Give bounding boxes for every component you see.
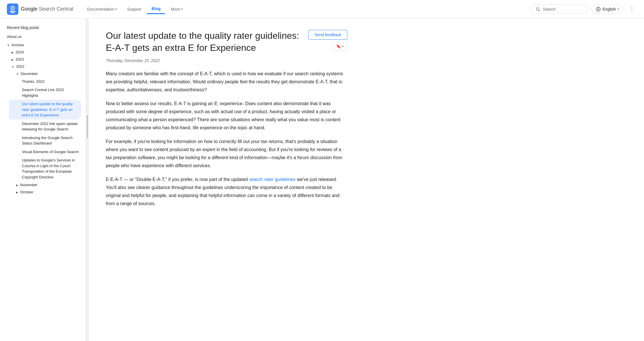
sidebar-post-quality-rater[interactable]: Our latest update to the quality rater g… [9,100,81,120]
article-paragraph-2: Now to better assess our results, E-A-T … [106,100,347,132]
scrollbar-thumb[interactable] [87,115,88,138]
article-paragraph-4: E-E-A-T — or "Double-E-A-T," if you pref… [106,176,347,208]
nav-blog[interactable]: Blog [147,4,165,14]
search-rater-guidelines-link[interactable]: search rater guidelines [249,177,296,182]
article-title: Our latest update to the quality rater g… [106,30,302,54]
sidebar-year-2024[interactable]: ▶ 2024 [5,49,86,56]
sidebar-year-2023-section: ▶ 2023 [0,56,86,63]
page-layout: Recent blog posts About us ▼ Archive ▶ 2… [0,18,644,341]
sidebar-year-2023[interactable]: ▶ 2023 [5,56,86,63]
article-paragraph-1: Many creators are familiar with the conc… [106,70,347,94]
svg-rect-3 [10,11,16,12]
arrow-down-icon: ▼ [16,72,19,76]
sidebar-month-november[interactable]: ▶ November [9,181,86,188]
more-options-button[interactable]: ⋮ [627,4,637,14]
site-header: Google Search Central Documentation ▾ Su… [0,0,644,18]
sidebar-month-december[interactable]: ▼ December [9,70,86,77]
sidebar-post-thanks-2022[interactable]: Thanks, 2022 [9,77,86,86]
sidebar-post-visual-elements[interactable]: Visual Elements of Google Search [9,148,86,156]
sidebar-december-section: ▼ December Thanks, 2022 Search Central L… [5,70,86,182]
article-body: Many creators are familiar with the conc… [106,70,347,208]
bookmark-button[interactable]: 🔖 ▾ [332,42,347,51]
search-icon [535,7,540,12]
sidebar-october-section: ▶ October [5,188,86,196]
article-actions: Send feedback 🔖 ▾ [308,30,347,51]
send-feedback-button[interactable]: Send feedback [308,30,347,40]
sidebar-post-status-dashboard[interactable]: Introducing the Google Search Status Das… [9,134,86,148]
sidebar-post-czechia[interactable]: Updates to Google's Services in Czechia … [9,156,86,181]
sidebar-year-2022[interactable]: ▼ 2022 [5,63,86,70]
arrow-right-icon: ▶ [16,191,18,194]
svg-point-2 [12,7,14,9]
sidebar: Recent blog posts About us ▼ Archive ▶ 2… [0,18,86,341]
language-button[interactable]: English ▾ [591,5,623,14]
nav-support[interactable]: Support [122,5,146,14]
scrollbar-divider[interactable] [86,18,89,341]
language-label: English [603,7,616,11]
sidebar-year-2024-section: ▶ 2024 [0,49,86,56]
chevron-down-icon: ▾ [618,7,619,11]
sidebar-post-december-link-spam[interactable]: December 2022 link spam update releasing… [9,120,86,134]
main-nav: Documentation ▾ Support Blog More ▾ [83,4,530,14]
sidebar-november-section: ▶ November [5,181,86,188]
article-date: Thursday, December 15, 2022 [106,58,347,63]
sidebar-month-october[interactable]: ▶ October [9,188,86,196]
arrow-down-icon: ▼ [12,65,14,68]
sidebar-archive-toggle[interactable]: ▼ Archive [0,41,86,49]
nav-more[interactable]: More ▾ [166,5,187,14]
logo-text: Google Search Central [21,6,73,12]
globe-icon [596,7,601,12]
chevron-down-icon: ▾ [342,45,344,48]
nav-documentation[interactable]: Documentation ▾ [83,5,121,14]
search-label: Search [543,7,555,11]
chevron-down-icon: ▾ [181,7,183,11]
logo-icon [7,3,18,15]
bookmark-icon: 🔖 [336,44,341,49]
header-right: Search English ▾ ⋮ [530,4,637,14]
arrow-right-icon: ▶ [16,184,18,187]
main-content: Our latest update to the quality rater g… [89,18,365,341]
sidebar-item-recent-blog-posts[interactable]: Recent blog posts [0,23,86,32]
chevron-down-icon: ▾ [115,7,117,11]
arrow-down-icon: ▼ [7,44,10,47]
sidebar-item-about-us[interactable]: About us [0,32,86,41]
article-paragraph-3: For example, if you're looking for infor… [106,138,347,170]
search-box[interactable]: Search [530,5,588,14]
arrow-right-icon: ▶ [12,58,14,61]
svg-rect-4 [11,12,15,13]
article-header: Our latest update to the quality rater g… [106,30,347,54]
arrow-right-icon: ▶ [12,51,14,54]
sidebar-year-2022-section: ▼ 2022 ▼ December Thanks, 2022 Search Ce… [0,63,86,196]
sidebar-post-search-central-live[interactable]: Search Central Live 2022 Highlights [9,86,86,100]
logo-link[interactable]: Google Search Central [7,3,73,15]
